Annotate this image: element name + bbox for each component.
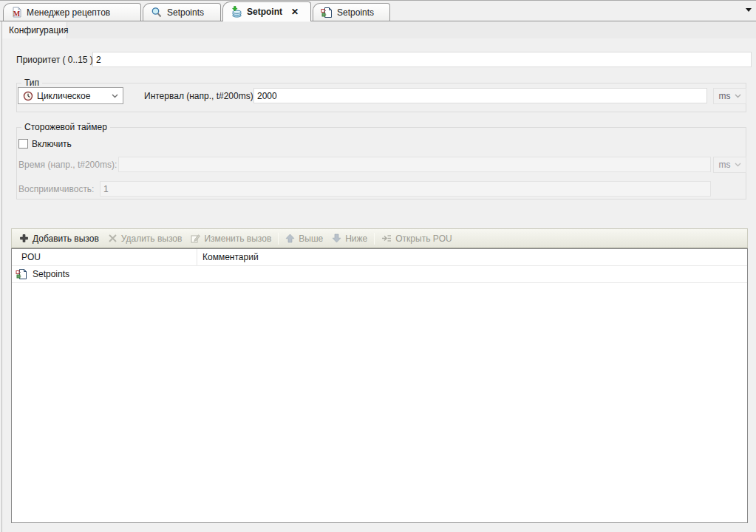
pou-icon [16, 268, 27, 280]
watchdog-enable-checkbox[interactable] [18, 139, 28, 149]
watchdog-time-unit-select: ms [713, 157, 746, 173]
button-label: Выше [299, 233, 323, 244]
tab-label: Setpoints [337, 7, 374, 18]
window-left-border [1, 21, 2, 532]
button-label: Ниже [345, 233, 367, 244]
column-header-comment[interactable]: Комментарий [197, 252, 259, 262]
interval-unit-value: ms [719, 91, 731, 101]
clock-icon [23, 91, 33, 101]
button-label: Добавить вызов [33, 233, 99, 244]
chevron-down-icon [735, 94, 741, 98]
button-label: Изменить вызов [204, 233, 271, 244]
interval-input[interactable] [253, 88, 707, 103]
tab-label: Setpoints [167, 7, 204, 18]
priority-input[interactable] [92, 52, 752, 67]
interval-label: Интервал (напр., t#200ms): [144, 91, 256, 101]
close-icon[interactable]: ✕ [291, 7, 299, 17]
tab-setpoint-task[interactable]: Setpoint ✕ [222, 1, 311, 21]
open-pou-button: Открыть POU [377, 231, 456, 247]
button-label: Открыть POU [395, 233, 452, 244]
chevron-down-icon [112, 94, 118, 98]
row-pou-name: Setpoints [32, 269, 69, 279]
search-icon [151, 7, 163, 18]
delete-call-button: Удалить вызов [103, 231, 187, 247]
type-group-legend: Тип [21, 78, 42, 88]
tab-label: Setpoint [247, 7, 282, 17]
add-call-button[interactable]: Добавить вызов [15, 231, 103, 247]
chevron-down-icon [735, 163, 741, 167]
tab-setpoints-pou[interactable]: Setpoints [313, 3, 390, 21]
tab-setpoints-search[interactable]: Setpoints [143, 3, 221, 21]
watchdog-sensitivity-input [100, 181, 711, 197]
edit-icon [191, 233, 200, 243]
column-divider[interactable] [197, 249, 197, 265]
task-icon [231, 6, 242, 18]
edit-call-button: Изменить вызов [186, 231, 276, 247]
priority-label: Приоритет ( 0..15 ): [16, 55, 95, 65]
task-configuration-window: M Менеджер рецептов Setpoints [0, 0, 756, 532]
toolbar-separator [374, 233, 375, 245]
button-label: Удалить вызов [121, 233, 183, 244]
watchdog-sensitivity-label: Восприимчивость: [18, 184, 94, 194]
add-icon [19, 233, 29, 243]
move-up-icon [285, 233, 295, 243]
tab-list-dropdown-icon[interactable] [746, 8, 752, 12]
subtab-label: Конфигурация [9, 25, 69, 35]
toolbar-separator [278, 233, 279, 245]
move-down-icon [332, 233, 341, 243]
recipe-manager-icon: M [11, 7, 22, 18]
tab-recipe-manager[interactable]: M Менеджер рецептов [3, 3, 141, 21]
delete-icon [108, 233, 118, 243]
watchdog-enable-label: Включить [32, 139, 72, 149]
pou-icon [321, 7, 333, 18]
tab-label: Менеджер рецептов [27, 7, 110, 18]
editor-subtabs: Конфигурация [2, 22, 756, 38]
task-type-value: Циклическое [37, 91, 108, 101]
call-list: POU Комментарий Setpoints [11, 248, 748, 523]
move-up-button: Выше [281, 231, 327, 247]
move-down-button: Ниже [327, 231, 372, 247]
svg-text:M: M [13, 10, 21, 18]
column-header-pou[interactable]: POU [12, 252, 197, 262]
interval-unit-select[interactable]: ms [713, 88, 746, 104]
document-tabstrip: M Менеджер рецептов Setpoints [0, 0, 756, 21]
table-row[interactable]: Setpoints [12, 266, 747, 283]
watchdog-time-input [118, 157, 711, 172]
task-type-select[interactable]: Циклическое [18, 87, 123, 104]
watchdog-time-unit-value: ms [719, 160, 731, 170]
watchdog-time-label: Время (напр., t#200ms): [18, 160, 117, 170]
open-pou-icon [381, 233, 392, 243]
watchdog-group-legend: Сторожевой таймер [21, 122, 110, 132]
call-list-header: POU Комментарий [12, 249, 747, 266]
tab-configuration[interactable]: Конфигурация [2, 22, 67, 38]
call-toolbar: Добавить вызов Удалить вызов Изменить вы… [11, 228, 748, 248]
